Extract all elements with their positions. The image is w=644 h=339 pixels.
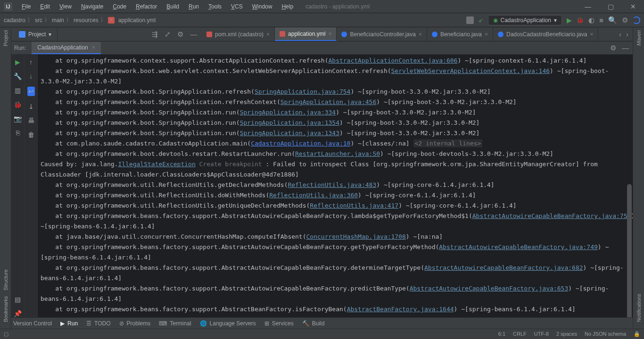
layout-settings-icon[interactable]: ▤: [15, 296, 21, 303]
settings-icon[interactable]: ⚙: [622, 16, 628, 24]
rerun-button[interactable]: ▶: [15, 58, 20, 66]
bottombar-services[interactable]: ⊞Services: [264, 320, 294, 327]
status-widget-icon[interactable]: ▢: [4, 331, 8, 337]
structure-stripe-button[interactable]: Structure: [3, 266, 8, 293]
wrench-icon[interactable]: 🔧: [14, 73, 22, 80]
hide-icon[interactable]: —: [622, 44, 629, 52]
source-link[interactable]: AbstractAutowireCapableBeanFactory.java:…: [472, 212, 631, 219]
bottombar-run[interactable]: ▶Run: [60, 320, 78, 327]
run-tab[interactable]: CadastroApplication ×: [32, 42, 100, 54]
breadcrumb-segment[interactable]: main: [52, 17, 64, 24]
close-icon[interactable]: ×: [328, 31, 331, 37]
run-button[interactable]: ▶: [567, 16, 572, 24]
pin-icon[interactable]: 📌: [14, 310, 22, 317]
source-link[interactable]: ReflectionUtils.java:360: [269, 192, 358, 199]
source-link[interactable]: IllegalStateException: [118, 161, 195, 168]
updates-icon[interactable]: [633, 16, 640, 24]
breadcrumb-segment[interactable]: cadastro: [4, 17, 25, 24]
menu-tools[interactable]: Tools: [205, 2, 225, 11]
editor-tab[interactable]: Beneficiario.java×: [427, 27, 493, 41]
source-link[interactable]: AbstractAutowireCapableBeanFactory.java:…: [439, 243, 598, 250]
print-icon[interactable]: 🖶: [28, 117, 34, 124]
bottombar-terminal[interactable]: ⌨Terminal: [159, 320, 191, 327]
source-link[interactable]: AbstractAutowireCapableBeanFactory.java:…: [424, 264, 583, 271]
camera-icon[interactable]: 📷: [14, 115, 22, 122]
source-link[interactable]: AbstractBeanFactory.java:1644: [347, 306, 454, 313]
bottombar-problems[interactable]: ⊘Problems: [119, 320, 151, 327]
source-link[interactable]: ServletWebServerApplicationContext.java:…: [391, 67, 550, 74]
menu-view[interactable]: View: [56, 2, 75, 11]
json-schema[interactable]: No JSON schema: [585, 331, 626, 337]
source-link[interactable]: ReflectionUtils.java:483: [288, 181, 376, 188]
source-link[interactable]: SpringApplication.java:1354: [240, 119, 339, 126]
stop-button[interactable]: ■: [599, 16, 603, 24]
attach-debugger-icon[interactable]: 🐞: [14, 101, 22, 108]
maven-stripe-button[interactable]: Maven: [636, 27, 642, 48]
source-link[interactable]: AbstractAutowireCapableBeanFactory.java:…: [410, 285, 569, 292]
close-icon[interactable]: ×: [590, 31, 593, 38]
close-button[interactable]: ✕: [626, 3, 640, 10]
source-link[interactable]: CadastroApplication.java:10: [251, 140, 350, 147]
menu-window[interactable]: Window: [248, 2, 276, 11]
menu-refactor[interactable]: Refactor: [132, 2, 161, 11]
layout-icon[interactable]: ▥: [15, 87, 21, 94]
source-link[interactable]: ConcurrentHashMap.java:1708: [306, 233, 406, 240]
scrollbar-thumb[interactable]: [627, 184, 632, 317]
source-link[interactable]: AbstractApplicationContext.java:606: [328, 57, 457, 64]
indent-setting[interactable]: 2 spaces: [556, 331, 577, 337]
exit-icon[interactable]: ⎘: [16, 129, 20, 137]
create-breakpoint-hint[interactable]: Create breakpoint: [199, 161, 262, 168]
editor-tab[interactable]: DadosCadastroBeneficiario.java×: [493, 27, 598, 41]
down-stack-icon[interactable]: ↓: [29, 73, 33, 80]
bottombar-build[interactable]: 🔨Build: [302, 320, 325, 327]
source-link[interactable]: SpringApplication.java:456: [281, 98, 377, 105]
expand-icon[interactable]: ⤢: [165, 30, 171, 39]
bottombar-todo[interactable]: ☰TODO: [86, 320, 110, 327]
editor-tab[interactable]: BeneficiarioController.java×: [337, 27, 427, 41]
breadcrumb-segment[interactable]: application.yml: [118, 17, 156, 24]
folded-hint[interactable]: <2 internal lines>: [413, 139, 483, 147]
menu-help[interactable]: Help: [278, 2, 297, 11]
source-link[interactable]: ReflectionUtils.java:417: [310, 202, 398, 209]
maximize-button[interactable]: ▢: [603, 3, 618, 10]
bookmarks-stripe-button[interactable]: Bookmarks: [3, 293, 8, 325]
minimize-button[interactable]: —: [581, 3, 595, 10]
bottombar-language-servers[interactable]: 🌐Language Servers: [200, 320, 256, 327]
file-encoding[interactable]: UTF-8: [534, 331, 549, 337]
tab-next-icon[interactable]: ›: [626, 30, 628, 38]
scroll-end-icon[interactable]: ⤓: [28, 103, 34, 110]
source-link[interactable]: SpringApplication.java:334: [240, 109, 336, 116]
console-output[interactable]: at org.springframework.context.support.A…: [38, 55, 633, 317]
gear-icon[interactable]: ⚙: [610, 44, 616, 52]
editor-tab[interactable]: application.yml×: [275, 27, 337, 41]
up-stack-icon[interactable]: ↑: [29, 58, 33, 66]
menu-vcs[interactable]: VCS: [227, 2, 247, 11]
project-tool-window-header[interactable]: Project ▾: [13, 27, 58, 41]
source-link[interactable]: SpringApplication.java:754: [255, 88, 351, 95]
coverage-button[interactable]: ◐: [588, 16, 594, 24]
menu-run[interactable]: Run: [185, 2, 203, 11]
lock-icon[interactable]: 🔒: [634, 331, 640, 337]
close-icon[interactable]: ×: [419, 31, 422, 38]
vcs-update-icon[interactable]: ↙: [479, 17, 483, 24]
clear-icon[interactable]: 🗑: [28, 131, 34, 138]
notifications-stripe-button[interactable]: Notifications: [636, 291, 642, 325]
caret-position[interactable]: 6:1: [498, 331, 505, 337]
close-icon[interactable]: ×: [92, 44, 95, 51]
breadcrumb-segment[interactable]: src: [35, 17, 42, 24]
soft-wrap-icon[interactable]: ↩: [27, 87, 35, 96]
menu-edit[interactable]: Edit: [36, 2, 54, 11]
line-separator[interactable]: CRLF: [513, 331, 527, 337]
tab-prev-icon[interactable]: ‹: [619, 30, 621, 38]
menu-navigate[interactable]: Navigate: [77, 2, 107, 11]
debug-button[interactable]: 🐞: [577, 17, 584, 24]
menu-code[interactable]: Code: [109, 2, 130, 11]
close-icon[interactable]: ×: [266, 31, 270, 38]
editor-tab[interactable]: pom.xml (cadastro)×: [202, 27, 275, 41]
hide-icon[interactable]: —: [190, 30, 197, 38]
user-icon[interactable]: [466, 16, 474, 24]
run-config-selector[interactable]: ◉ CadastroApplication ▾: [488, 15, 562, 25]
breadcrumb-segment[interactable]: resources: [74, 17, 99, 24]
gear-icon[interactable]: ⚙: [177, 30, 183, 39]
breadcrumb[interactable]: cadastro〉src〉main〉resources〉Yapplication…: [4, 16, 156, 24]
